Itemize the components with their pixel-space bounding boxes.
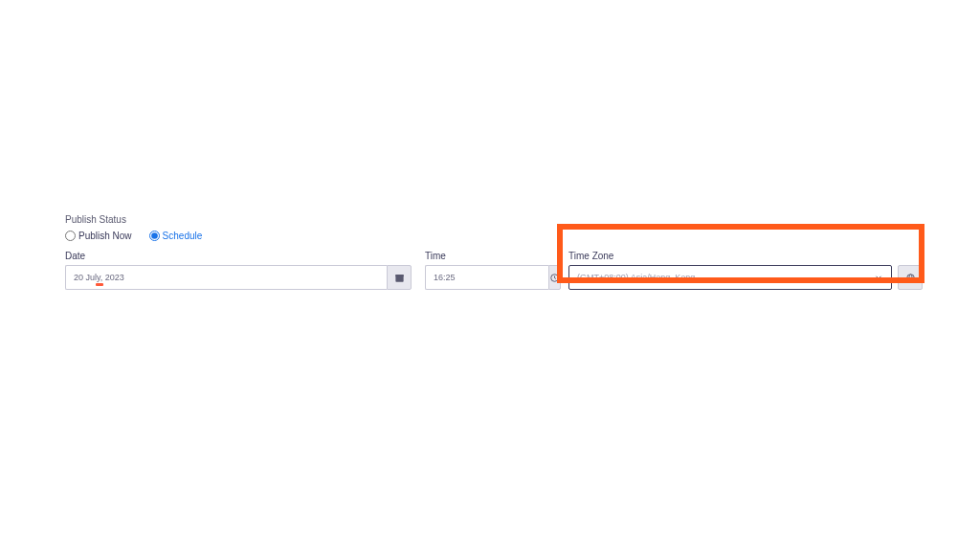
date-input[interactable] (65, 265, 387, 290)
publish-status-radios: Publish Now Schedule (65, 231, 923, 241)
schedule-radio-label: Schedule (163, 231, 203, 241)
svg-rect-1 (395, 275, 403, 276)
date-label: Date (65, 251, 412, 261)
schedule-radio-input[interactable] (149, 231, 160, 241)
timezone-label: Time Zone (568, 251, 923, 261)
publish-now-radio[interactable]: Publish Now (65, 231, 132, 241)
publish-status-label: Publish Status (65, 214, 923, 225)
schedule-fields-row: Date Time Time Zone (GMT+08:00) Asia (65, 251, 923, 290)
schedule-radio[interactable]: Schedule (149, 231, 203, 241)
timezone-value: (GMT+08:00) Asia/Hong_Kong (577, 273, 695, 282)
globe-icon[interactable] (898, 265, 923, 290)
date-field: Date (65, 251, 412, 290)
time-field: Time (425, 251, 555, 290)
time-input[interactable] (425, 265, 548, 290)
publish-schedule-form: Publish Status Publish Now Schedule Date… (65, 214, 923, 290)
timezone-select[interactable]: (GMT+08:00) Asia/Hong_Kong (568, 265, 892, 290)
chevron-down-icon (874, 273, 883, 282)
clock-icon[interactable] (548, 265, 561, 290)
time-label: Time (425, 251, 555, 261)
publish-now-radio-input[interactable] (65, 231, 76, 241)
publish-now-radio-label: Publish Now (78, 231, 132, 241)
calendar-icon[interactable] (387, 265, 412, 290)
decorative-mark (96, 283, 103, 286)
timezone-field: Time Zone (GMT+08:00) Asia/Hong_Kong (568, 251, 923, 290)
